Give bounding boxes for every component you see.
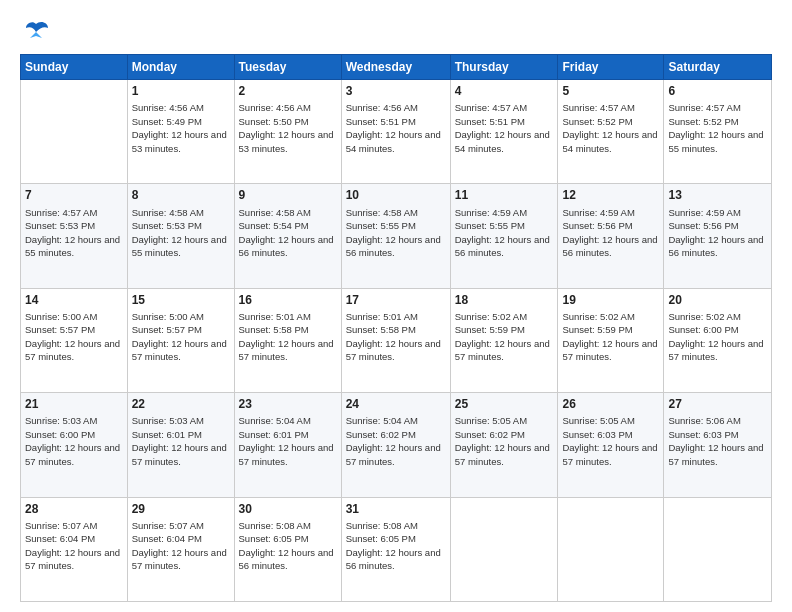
day-info: Sunrise: 5:04 AMSunset: 6:02 PMDaylight:… xyxy=(346,415,441,467)
table-row: 23Sunrise: 5:04 AMSunset: 6:01 PMDayligh… xyxy=(234,393,341,497)
table-row: 16Sunrise: 5:01 AMSunset: 5:58 PMDayligh… xyxy=(234,288,341,392)
table-row: 21Sunrise: 5:03 AMSunset: 6:00 PMDayligh… xyxy=(21,393,128,497)
table-row xyxy=(664,497,772,601)
day-info: Sunrise: 5:06 AMSunset: 6:03 PMDaylight:… xyxy=(668,415,763,467)
calendar-week-row: 1Sunrise: 4:56 AMSunset: 5:49 PMDaylight… xyxy=(21,80,772,184)
day-number: 17 xyxy=(346,292,446,308)
day-info: Sunrise: 5:07 AMSunset: 6:04 PMDaylight:… xyxy=(132,520,227,572)
day-info: Sunrise: 5:00 AMSunset: 5:57 PMDaylight:… xyxy=(25,311,120,363)
day-number: 7 xyxy=(25,187,123,203)
table-row: 30Sunrise: 5:08 AMSunset: 6:05 PMDayligh… xyxy=(234,497,341,601)
table-row: 12Sunrise: 4:59 AMSunset: 5:56 PMDayligh… xyxy=(558,184,664,288)
table-row: 22Sunrise: 5:03 AMSunset: 6:01 PMDayligh… xyxy=(127,393,234,497)
col-tuesday: Tuesday xyxy=(234,55,341,80)
logo-text-block xyxy=(20,22,50,44)
col-thursday: Thursday xyxy=(450,55,558,80)
day-info: Sunrise: 4:56 AMSunset: 5:49 PMDaylight:… xyxy=(132,102,227,154)
calendar-table: Sunday Monday Tuesday Wednesday Thursday… xyxy=(20,54,772,602)
day-info: Sunrise: 5:07 AMSunset: 6:04 PMDaylight:… xyxy=(25,520,120,572)
table-row: 7Sunrise: 4:57 AMSunset: 5:53 PMDaylight… xyxy=(21,184,128,288)
day-number: 9 xyxy=(239,187,337,203)
day-info: Sunrise: 5:03 AMSunset: 6:00 PMDaylight:… xyxy=(25,415,120,467)
day-number: 10 xyxy=(346,187,446,203)
day-number: 26 xyxy=(562,396,659,412)
table-row: 10Sunrise: 4:58 AMSunset: 5:55 PMDayligh… xyxy=(341,184,450,288)
table-row: 4Sunrise: 4:57 AMSunset: 5:51 PMDaylight… xyxy=(450,80,558,184)
table-row: 17Sunrise: 5:01 AMSunset: 5:58 PMDayligh… xyxy=(341,288,450,392)
day-info: Sunrise: 4:58 AMSunset: 5:53 PMDaylight:… xyxy=(132,207,227,259)
table-row: 6Sunrise: 4:57 AMSunset: 5:52 PMDaylight… xyxy=(664,80,772,184)
calendar-week-row: 14Sunrise: 5:00 AMSunset: 5:57 PMDayligh… xyxy=(21,288,772,392)
day-number: 19 xyxy=(562,292,659,308)
day-info: Sunrise: 5:08 AMSunset: 6:05 PMDaylight:… xyxy=(346,520,441,572)
col-friday: Friday xyxy=(558,55,664,80)
table-row: 11Sunrise: 4:59 AMSunset: 5:55 PMDayligh… xyxy=(450,184,558,288)
table-row: 2Sunrise: 4:56 AMSunset: 5:50 PMDaylight… xyxy=(234,80,341,184)
table-row: 28Sunrise: 5:07 AMSunset: 6:04 PMDayligh… xyxy=(21,497,128,601)
calendar-week-row: 7Sunrise: 4:57 AMSunset: 5:53 PMDaylight… xyxy=(21,184,772,288)
table-row: 13Sunrise: 4:59 AMSunset: 5:56 PMDayligh… xyxy=(664,184,772,288)
day-number: 18 xyxy=(455,292,554,308)
day-info: Sunrise: 4:57 AMSunset: 5:53 PMDaylight:… xyxy=(25,207,120,259)
logo-bird-icon xyxy=(22,20,50,42)
table-row: 3Sunrise: 4:56 AMSunset: 5:51 PMDaylight… xyxy=(341,80,450,184)
day-info: Sunrise: 4:56 AMSunset: 5:50 PMDaylight:… xyxy=(239,102,334,154)
col-monday: Monday xyxy=(127,55,234,80)
day-number: 22 xyxy=(132,396,230,412)
day-info: Sunrise: 5:02 AMSunset: 6:00 PMDaylight:… xyxy=(668,311,763,363)
table-row: 9Sunrise: 4:58 AMSunset: 5:54 PMDaylight… xyxy=(234,184,341,288)
table-row xyxy=(21,80,128,184)
day-number: 2 xyxy=(239,83,337,99)
day-info: Sunrise: 5:08 AMSunset: 6:05 PMDaylight:… xyxy=(239,520,334,572)
day-number: 11 xyxy=(455,187,554,203)
day-number: 28 xyxy=(25,501,123,517)
table-row xyxy=(450,497,558,601)
table-row xyxy=(558,497,664,601)
day-number: 3 xyxy=(346,83,446,99)
table-row: 1Sunrise: 4:56 AMSunset: 5:49 PMDaylight… xyxy=(127,80,234,184)
day-number: 25 xyxy=(455,396,554,412)
day-info: Sunrise: 4:59 AMSunset: 5:56 PMDaylight:… xyxy=(668,207,763,259)
page: Sunday Monday Tuesday Wednesday Thursday… xyxy=(0,0,792,612)
day-number: 1 xyxy=(132,83,230,99)
day-number: 8 xyxy=(132,187,230,203)
day-number: 27 xyxy=(668,396,767,412)
day-number: 5 xyxy=(562,83,659,99)
day-number: 13 xyxy=(668,187,767,203)
day-info: Sunrise: 5:05 AMSunset: 6:02 PMDaylight:… xyxy=(455,415,550,467)
day-number: 29 xyxy=(132,501,230,517)
table-row: 25Sunrise: 5:05 AMSunset: 6:02 PMDayligh… xyxy=(450,393,558,497)
col-wednesday: Wednesday xyxy=(341,55,450,80)
day-number: 12 xyxy=(562,187,659,203)
day-info: Sunrise: 5:02 AMSunset: 5:59 PMDaylight:… xyxy=(455,311,550,363)
day-number: 15 xyxy=(132,292,230,308)
day-info: Sunrise: 5:01 AMSunset: 5:58 PMDaylight:… xyxy=(346,311,441,363)
calendar-header-row: Sunday Monday Tuesday Wednesday Thursday… xyxy=(21,55,772,80)
day-info: Sunrise: 4:58 AMSunset: 5:55 PMDaylight:… xyxy=(346,207,441,259)
table-row: 19Sunrise: 5:02 AMSunset: 5:59 PMDayligh… xyxy=(558,288,664,392)
day-number: 14 xyxy=(25,292,123,308)
day-number: 16 xyxy=(239,292,337,308)
table-row: 5Sunrise: 4:57 AMSunset: 5:52 PMDaylight… xyxy=(558,80,664,184)
day-number: 30 xyxy=(239,501,337,517)
day-info: Sunrise: 4:59 AMSunset: 5:56 PMDaylight:… xyxy=(562,207,657,259)
day-number: 21 xyxy=(25,396,123,412)
day-info: Sunrise: 4:57 AMSunset: 5:52 PMDaylight:… xyxy=(668,102,763,154)
logo xyxy=(20,22,50,44)
day-info: Sunrise: 5:02 AMSunset: 5:59 PMDaylight:… xyxy=(562,311,657,363)
day-number: 31 xyxy=(346,501,446,517)
day-info: Sunrise: 4:57 AMSunset: 5:52 PMDaylight:… xyxy=(562,102,657,154)
day-info: Sunrise: 5:04 AMSunset: 6:01 PMDaylight:… xyxy=(239,415,334,467)
day-info: Sunrise: 4:56 AMSunset: 5:51 PMDaylight:… xyxy=(346,102,441,154)
col-sunday: Sunday xyxy=(21,55,128,80)
table-row: 24Sunrise: 5:04 AMSunset: 6:02 PMDayligh… xyxy=(341,393,450,497)
day-info: Sunrise: 5:00 AMSunset: 5:57 PMDaylight:… xyxy=(132,311,227,363)
col-saturday: Saturday xyxy=(664,55,772,80)
day-number: 23 xyxy=(239,396,337,412)
table-row: 20Sunrise: 5:02 AMSunset: 6:00 PMDayligh… xyxy=(664,288,772,392)
day-info: Sunrise: 4:58 AMSunset: 5:54 PMDaylight:… xyxy=(239,207,334,259)
day-info: Sunrise: 5:03 AMSunset: 6:01 PMDaylight:… xyxy=(132,415,227,467)
calendar-week-row: 21Sunrise: 5:03 AMSunset: 6:00 PMDayligh… xyxy=(21,393,772,497)
day-info: Sunrise: 4:59 AMSunset: 5:55 PMDaylight:… xyxy=(455,207,550,259)
day-number: 4 xyxy=(455,83,554,99)
